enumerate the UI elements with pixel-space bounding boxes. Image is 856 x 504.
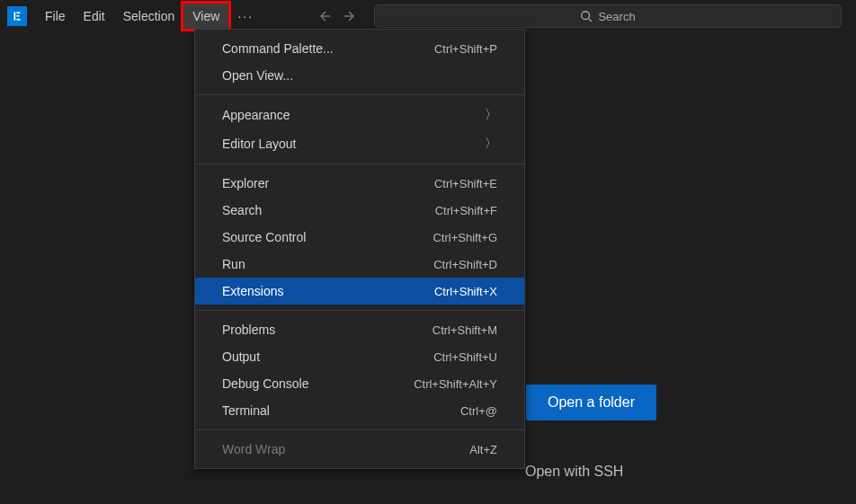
menu-open-view[interactable]: Open View... bbox=[195, 62, 524, 89]
menu-appearance[interactable]: Appearance 〉 bbox=[195, 101, 524, 129]
menu-search[interactable]: Search Ctrl+Shift+F bbox=[195, 197, 524, 224]
svg-line-5 bbox=[589, 19, 593, 22]
nav-forward-icon[interactable] bbox=[342, 8, 358, 24]
search-icon bbox=[580, 10, 593, 22]
menu-separator bbox=[195, 164, 524, 164]
menu-separator bbox=[195, 429, 524, 430]
menu-editor-layout[interactable]: Editor Layout 〉 bbox=[195, 129, 524, 158]
svg-rect-3 bbox=[16, 19, 20, 21]
search-input[interactable]: Search bbox=[374, 4, 842, 28]
menu-edit[interactable]: Edit bbox=[75, 4, 114, 29]
menu-explorer[interactable]: Explorer Ctrl+Shift+E bbox=[195, 170, 524, 197]
menu-more[interactable]: ··· bbox=[228, 4, 263, 29]
svg-rect-0 bbox=[14, 12, 16, 20]
open-ssh-link[interactable]: Open with SSH bbox=[525, 464, 623, 480]
chevron-right-icon: 〉 bbox=[485, 107, 497, 123]
menu-word-wrap[interactable]: Word Wrap Alt+Z bbox=[195, 436, 524, 463]
menu-extensions[interactable]: Extensions Ctrl+Shift+X bbox=[195, 278, 524, 305]
svg-rect-2 bbox=[16, 15, 19, 17]
menu-command-palette[interactable]: Command Palette... Ctrl+Shift+P bbox=[195, 35, 524, 62]
menu-separator bbox=[195, 310, 524, 311]
search-placeholder: Search bbox=[598, 10, 635, 23]
menu-output[interactable]: Output Ctrl+Shift+U bbox=[195, 343, 524, 370]
svg-rect-1 bbox=[16, 12, 20, 13]
menu-terminal[interactable]: Terminal Ctrl+@ bbox=[195, 397, 524, 424]
menu-source-control[interactable]: Source Control Ctrl+Shift+G bbox=[195, 224, 524, 251]
menu-separator bbox=[195, 94, 524, 95]
menu-view[interactable]: View bbox=[183, 4, 228, 29]
app-icon bbox=[7, 6, 27, 26]
titlebar: File Edit Selection View ··· Search bbox=[0, 0, 856, 32]
svg-point-4 bbox=[582, 12, 590, 20]
chevron-right-icon: 〉 bbox=[485, 136, 497, 152]
menu-selection[interactable]: Selection bbox=[114, 4, 184, 29]
menu-problems[interactable]: Problems Ctrl+Shift+M bbox=[195, 316, 524, 343]
nav-back-icon[interactable] bbox=[317, 8, 333, 24]
open-folder-button[interactable]: Open a folder bbox=[526, 385, 656, 420]
nav-arrows bbox=[317, 8, 358, 24]
menu-file[interactable]: File bbox=[36, 4, 75, 29]
view-dropdown: Command Palette... Ctrl+Shift+P Open Vie… bbox=[194, 29, 525, 469]
menu-debug-console[interactable]: Debug Console Ctrl+Shift+Alt+Y bbox=[195, 370, 524, 397]
menu-run[interactable]: Run Ctrl+Shift+D bbox=[195, 251, 524, 278]
